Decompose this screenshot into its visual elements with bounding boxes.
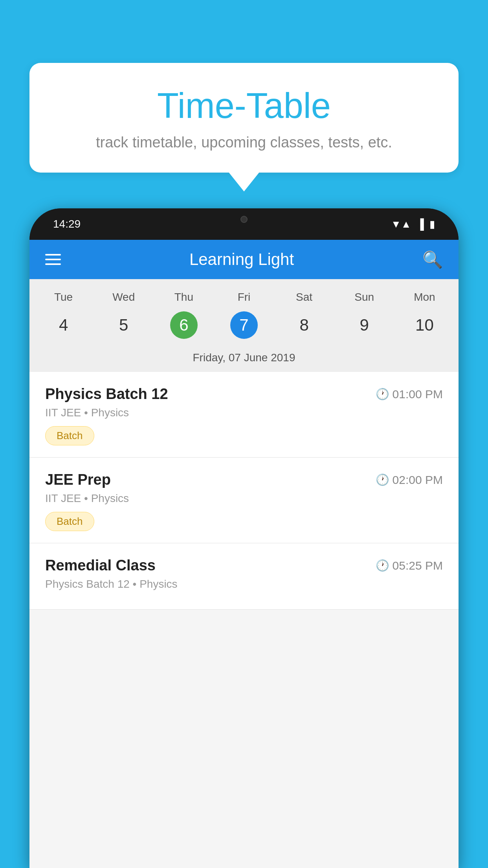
camera (240, 216, 248, 223)
app-title: Learning Light (189, 250, 294, 269)
schedule-item-subtitle: IIT JEE • Physics (45, 406, 443, 419)
clock-icon: 🕐 (376, 473, 389, 486)
schedule-item-subtitle: IIT JEE • Physics (45, 492, 443, 505)
schedule-item-time: 🕐 02:00 PM (376, 473, 443, 487)
clock-icon: 🕐 (376, 388, 389, 401)
schedule-item[interactable]: JEE Prep 🕐 02:00 PM IIT JEE • Physics Ba… (29, 458, 459, 543)
schedule-item-subtitle: Physics Batch 12 • Physics (45, 578, 443, 590)
hamburger-button[interactable] (45, 254, 61, 265)
schedule-item-header: Remedial Class 🕐 05:25 PM (45, 557, 443, 574)
app-content: Learning Light 🔍 TueWedThuFriSatSunMon 4… (29, 240, 459, 868)
schedule-item[interactable]: Physics Batch 12 🕐 01:00 PM IIT JEE • Ph… (29, 372, 459, 458)
time-value: 01:00 PM (393, 388, 443, 401)
day-labels: TueWedThuFriSatSunMon (29, 287, 459, 307)
time-value: 05:25 PM (393, 559, 443, 572)
clock-icon: 🕐 (376, 559, 389, 572)
status-icons: ▼▲ ▐ ▮ (391, 218, 435, 230)
search-button[interactable]: 🔍 (422, 250, 443, 269)
schedule-item[interactable]: Remedial Class 🕐 05:25 PM Physics Batch … (29, 543, 459, 610)
schedule-item-time: 🕐 01:00 PM (376, 388, 443, 401)
bubble-title: Time-Table (49, 86, 439, 125)
calendar-strip: TueWedThuFriSatSunMon 45678910 Friday, 0… (29, 279, 459, 372)
day-number[interactable]: 5 (110, 311, 138, 339)
notch (209, 208, 279, 230)
day-number[interactable]: 7 (230, 311, 258, 339)
batch-badge: Batch (45, 512, 94, 531)
day-number[interactable]: 4 (50, 311, 77, 339)
status-bar: 14:29 ▼▲ ▐ ▮ (29, 208, 459, 240)
speech-bubble: Time-Table track timetable, upcoming cla… (29, 63, 459, 173)
schedule-item-header: Physics Batch 12 🕐 01:00 PM (45, 386, 443, 403)
day-label: Tue (33, 287, 94, 307)
battery-icon: ▮ (429, 218, 435, 230)
day-label: Sun (334, 287, 394, 307)
time-value: 02:00 PM (393, 473, 443, 487)
phone-mockup: 14:29 ▼▲ ▐ ▮ Learning Light 🔍 TueWedThuF… (29, 208, 459, 868)
schedule-item-title: JEE Prep (45, 471, 111, 488)
batch-badge: Batch (45, 426, 94, 445)
app-header: Learning Light 🔍 (29, 240, 459, 279)
wifi-icon: ▼▲ (391, 218, 411, 230)
day-label: Wed (94, 287, 154, 307)
day-number[interactable]: 6 (170, 311, 198, 339)
signal-icon: ▐ (417, 218, 424, 230)
schedule-item-title: Remedial Class (45, 557, 156, 574)
day-label: Sat (274, 287, 334, 307)
day-number[interactable]: 9 (350, 311, 378, 339)
schedule-list: Physics Batch 12 🕐 01:00 PM IIT JEE • Ph… (29, 372, 459, 610)
day-number[interactable]: 8 (290, 311, 318, 339)
status-time: 14:29 (53, 218, 81, 230)
bubble-subtitle: track timetable, upcoming classes, tests… (49, 134, 439, 151)
day-label: Fri (214, 287, 274, 307)
schedule-item-time: 🕐 05:25 PM (376, 559, 443, 572)
day-label: Mon (394, 287, 455, 307)
schedule-item-header: JEE Prep 🕐 02:00 PM (45, 471, 443, 488)
day-number[interactable]: 10 (411, 311, 438, 339)
schedule-item-title: Physics Batch 12 (45, 386, 168, 403)
day-numbers: 45678910 (29, 307, 459, 347)
selected-date: Friday, 07 June 2019 (29, 347, 459, 372)
day-label: Thu (154, 287, 214, 307)
